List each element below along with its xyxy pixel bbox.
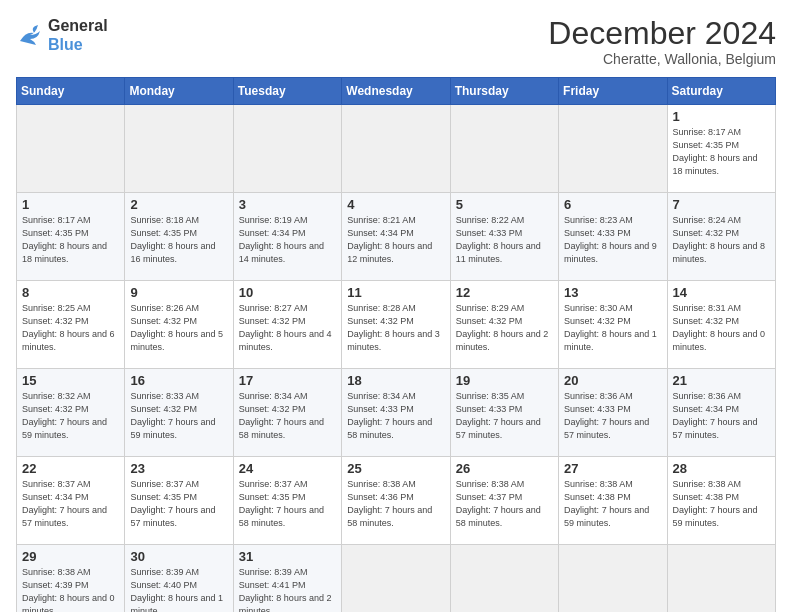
sunset-text: Sunset: 4:32 PM [673,228,740,238]
daylight-text: Daylight: 8 hours and 18 minutes. [22,241,107,264]
sunrise-text: Sunrise: 8:26 AM [130,303,199,313]
table-row: 26 Sunrise: 8:38 AM Sunset: 4:37 PM Dayl… [450,457,558,545]
sunset-text: Sunset: 4:41 PM [239,580,306,590]
day-number: 19 [456,373,553,388]
sunrise-text: Sunrise: 8:21 AM [347,215,416,225]
calendar-week-row: 1 Sunrise: 8:17 AM Sunset: 4:35 PM Dayli… [17,105,776,193]
table-row [559,545,667,612]
sunset-text: Sunset: 4:32 PM [456,316,523,326]
table-row: 18 Sunrise: 8:34 AM Sunset: 4:33 PM Dayl… [342,369,450,457]
sunset-text: Sunset: 4:32 PM [564,316,631,326]
sunset-text: Sunset: 4:35 PM [673,140,740,150]
day-number: 22 [22,461,119,476]
sunrise-text: Sunrise: 8:36 AM [564,391,633,401]
sunset-text: Sunset: 4:36 PM [347,492,414,502]
sunset-text: Sunset: 4:35 PM [130,228,197,238]
daylight-text: Daylight: 7 hours and 57 minutes. [673,417,758,440]
sunrise-text: Sunrise: 8:38 AM [673,479,742,489]
table-row: 1 Sunrise: 8:17 AM Sunset: 4:35 PM Dayli… [667,105,775,193]
sunset-text: Sunset: 4:33 PM [456,404,523,414]
table-row: 10 Sunrise: 8:27 AM Sunset: 4:32 PM Dayl… [233,281,341,369]
daylight-text: Daylight: 8 hours and 0 minutes. [673,329,766,352]
daylight-text: Daylight: 7 hours and 59 minutes. [673,505,758,528]
table-row [233,105,341,193]
sunrise-text: Sunrise: 8:30 AM [564,303,633,313]
table-row: 17 Sunrise: 8:34 AM Sunset: 4:32 PM Dayl… [233,369,341,457]
table-row: 9 Sunrise: 8:26 AM Sunset: 4:32 PM Dayli… [125,281,233,369]
sunset-text: Sunset: 4:33 PM [456,228,523,238]
table-row [17,105,125,193]
sunset-text: Sunset: 4:33 PM [564,404,631,414]
sunset-text: Sunset: 4:32 PM [130,316,197,326]
table-row: 21 Sunrise: 8:36 AM Sunset: 4:34 PM Dayl… [667,369,775,457]
day-number: 16 [130,373,227,388]
day-info: Sunrise: 8:34 AM Sunset: 4:33 PM Dayligh… [347,390,444,442]
calendar-header-row: Sunday Monday Tuesday Wednesday Thursday… [17,78,776,105]
sunrise-text: Sunrise: 8:19 AM [239,215,308,225]
logo: General Blue [16,16,108,54]
table-row [559,105,667,193]
day-info: Sunrise: 8:32 AM Sunset: 4:32 PM Dayligh… [22,390,119,442]
table-row: 25 Sunrise: 8:38 AM Sunset: 4:36 PM Dayl… [342,457,450,545]
table-row: 19 Sunrise: 8:35 AM Sunset: 4:33 PM Dayl… [450,369,558,457]
day-number: 9 [130,285,227,300]
table-row: 31 Sunrise: 8:39 AM Sunset: 4:41 PM Dayl… [233,545,341,612]
day-number: 1 [22,197,119,212]
table-row [125,105,233,193]
sunrise-text: Sunrise: 8:37 AM [130,479,199,489]
sunset-text: Sunset: 4:35 PM [22,228,89,238]
daylight-text: Daylight: 7 hours and 57 minutes. [564,417,649,440]
day-number: 2 [130,197,227,212]
table-row: 27 Sunrise: 8:38 AM Sunset: 4:38 PM Dayl… [559,457,667,545]
sunrise-text: Sunrise: 8:37 AM [239,479,308,489]
day-number: 21 [673,373,770,388]
table-row [450,105,558,193]
day-info: Sunrise: 8:38 AM Sunset: 4:38 PM Dayligh… [673,478,770,530]
table-row: 4 Sunrise: 8:21 AM Sunset: 4:34 PM Dayli… [342,193,450,281]
day-info: Sunrise: 8:22 AM Sunset: 4:33 PM Dayligh… [456,214,553,266]
table-row: 1 Sunrise: 8:17 AM Sunset: 4:35 PM Dayli… [17,193,125,281]
table-row: 3 Sunrise: 8:19 AM Sunset: 4:34 PM Dayli… [233,193,341,281]
day-info: Sunrise: 8:39 AM Sunset: 4:40 PM Dayligh… [130,566,227,612]
sunset-text: Sunset: 4:34 PM [239,228,306,238]
day-info: Sunrise: 8:33 AM Sunset: 4:32 PM Dayligh… [130,390,227,442]
day-info: Sunrise: 8:24 AM Sunset: 4:32 PM Dayligh… [673,214,770,266]
daylight-text: Daylight: 8 hours and 6 minutes. [22,329,115,352]
daylight-text: Daylight: 8 hours and 4 minutes. [239,329,332,352]
day-number: 18 [347,373,444,388]
day-number: 29 [22,549,119,564]
sunrise-text: Sunrise: 8:32 AM [22,391,91,401]
sunset-text: Sunset: 4:32 PM [239,404,306,414]
daylight-text: Daylight: 8 hours and 5 minutes. [130,329,223,352]
day-info: Sunrise: 8:29 AM Sunset: 4:32 PM Dayligh… [456,302,553,354]
daylight-text: Daylight: 8 hours and 12 minutes. [347,241,432,264]
col-monday: Monday [125,78,233,105]
sunset-text: Sunset: 4:35 PM [130,492,197,502]
table-row: 7 Sunrise: 8:24 AM Sunset: 4:32 PM Dayli… [667,193,775,281]
day-number: 13 [564,285,661,300]
table-row: 2 Sunrise: 8:18 AM Sunset: 4:35 PM Dayli… [125,193,233,281]
daylight-text: Daylight: 7 hours and 57 minutes. [22,505,107,528]
day-number: 7 [673,197,770,212]
table-row: 15 Sunrise: 8:32 AM Sunset: 4:32 PM Dayl… [17,369,125,457]
daylight-text: Daylight: 8 hours and 8 minutes. [673,241,766,264]
sunrise-text: Sunrise: 8:38 AM [564,479,633,489]
sunrise-text: Sunrise: 8:38 AM [347,479,416,489]
calendar-week-row: 15 Sunrise: 8:32 AM Sunset: 4:32 PM Dayl… [17,369,776,457]
table-row: 29 Sunrise: 8:38 AM Sunset: 4:39 PM Dayl… [17,545,125,612]
sunset-text: Sunset: 4:32 PM [673,316,740,326]
day-info: Sunrise: 8:38 AM Sunset: 4:39 PM Dayligh… [22,566,119,612]
col-wednesday: Wednesday [342,78,450,105]
day-info: Sunrise: 8:36 AM Sunset: 4:34 PM Dayligh… [673,390,770,442]
day-number: 15 [22,373,119,388]
daylight-text: Daylight: 7 hours and 59 minutes. [130,417,215,440]
table-row: 23 Sunrise: 8:37 AM Sunset: 4:35 PM Dayl… [125,457,233,545]
table-row [342,545,450,612]
day-info: Sunrise: 8:21 AM Sunset: 4:34 PM Dayligh… [347,214,444,266]
sunset-text: Sunset: 4:38 PM [564,492,631,502]
day-info: Sunrise: 8:37 AM Sunset: 4:35 PM Dayligh… [130,478,227,530]
day-number: 14 [673,285,770,300]
sunrise-text: Sunrise: 8:25 AM [22,303,91,313]
sunset-text: Sunset: 4:32 PM [22,316,89,326]
day-number: 8 [22,285,119,300]
